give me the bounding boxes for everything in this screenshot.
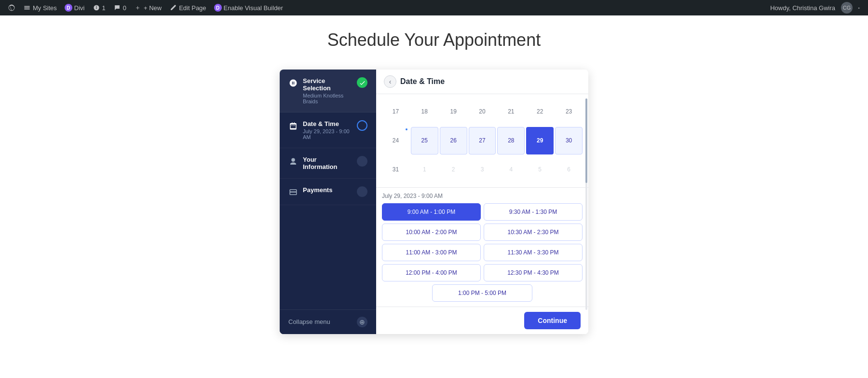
datetime-step-info: Date & Time July 29, 2023 - 9:00 AM — [303, 120, 352, 140]
cal-day-17[interactable]: 17 — [382, 98, 409, 126]
my-sites-icon — [23, 4, 31, 12]
cal-day-19[interactable]: 19 — [440, 98, 467, 126]
payment-step-name: Payments — [303, 186, 352, 194]
collapse-icon: ⊕ — [357, 317, 367, 327]
page-title: Schedule Your Appointment — [327, 30, 541, 50]
comments-count: 0 — [123, 4, 126, 12]
payment-step-info: Payments — [303, 186, 352, 194]
timeslot-5[interactable]: 11:30 AM - 3:30 PM — [484, 244, 583, 261]
cal-day-24[interactable]: 24 — [382, 127, 409, 154]
timeslot-0[interactable]: 9:00 AM - 1:00 PM — [382, 203, 481, 221]
info-step-status — [357, 156, 367, 167]
datetime-step-name: Date & Time — [303, 120, 352, 127]
service-step-name: Service Selection — [303, 77, 352, 92]
cal-day-5: 5 — [526, 156, 554, 183]
my-sites-link[interactable]: My Sites — [19, 0, 61, 15]
edit-page-label: Edit Page — [179, 4, 206, 12]
new-icon: ＋ — [134, 4, 142, 12]
sidebar-step-datetime[interactable]: Date & Time July 29, 2023 - 9:00 AM — [280, 112, 376, 148]
back-button[interactable]: ‹ — [384, 75, 396, 88]
service-step-status — [357, 77, 367, 88]
service-step-info: Service Selection Medium Knotless Braids — [303, 77, 352, 104]
sidebar-step-payments[interactable]: Payments — [280, 179, 376, 205]
sidebar-step-service[interactable]: Service Selection Medium Knotless Braids — [280, 70, 376, 112]
timeslot-2[interactable]: 10:00 AM - 2:00 PM — [382, 224, 481, 241]
timeslot-1[interactable]: 9:30 AM - 1:30 PM — [484, 203, 583, 221]
collapse-menu-bar[interactable]: Collapse menu ⊕ — [280, 309, 376, 334]
cal-day-25[interactable]: 25 — [411, 127, 438, 154]
wordpress-icon — [8, 4, 15, 12]
updates-link[interactable]: 1 — [89, 0, 109, 15]
comments-icon — [113, 4, 121, 12]
cal-day-6: 6 — [555, 156, 583, 183]
calendar-grid: 17 18 19 20 21 22 23 24 25 26 27 28 29 3… — [382, 98, 583, 183]
scroll-indicator — [585, 98, 587, 310]
panel-title: Date & Time — [400, 77, 445, 86]
divi-icon: D — [65, 4, 72, 12]
admin-bar: My Sites D Divi 1 0 ＋ + New Edit Page D … — [0, 0, 868, 15]
howdy-text: Howdy, Christina Gwira — [766, 4, 839, 12]
datetime-step-detail: July 29, 2023 - 9:00 AM — [303, 128, 352, 140]
main-content: Schedule Your Appointment Service Select… — [0, 15, 868, 378]
service-step-detail: Medium Knotless Braids — [303, 93, 352, 104]
cal-day-21[interactable]: 21 — [497, 98, 525, 126]
divi-link[interactable]: D Divi — [61, 0, 89, 15]
edit-page-link[interactable]: Edit Page — [165, 0, 210, 15]
continue-button[interactable]: Continue — [524, 312, 581, 329]
new-link[interactable]: ＋ + New — [130, 0, 165, 15]
comments-link[interactable]: 0 — [109, 0, 130, 15]
service-icon — [288, 78, 298, 88]
cal-day-30[interactable]: 30 — [555, 127, 583, 154]
cal-day-4: 4 — [497, 156, 525, 183]
collapse-menu-label: Collapse menu — [288, 318, 330, 325]
enable-visual-builder-link[interactable]: D Enable Visual Builder — [210, 0, 287, 15]
cal-day-1: 1 — [411, 156, 438, 183]
payment-step-status — [357, 186, 367, 197]
cal-day-31[interactable]: 31 — [382, 156, 409, 183]
cal-day-27[interactable]: 27 — [469, 127, 496, 154]
person-icon — [288, 157, 298, 167]
cal-day-23[interactable]: 23 — [555, 98, 583, 126]
booking-sidebar: Service Selection Medium Knotless Braids… — [280, 70, 376, 334]
cal-day-22[interactable]: 22 — [526, 98, 554, 126]
updates-count: 1 — [102, 4, 106, 12]
search-icon[interactable] — [854, 3, 864, 13]
enable-vb-label: Enable Visual Builder — [224, 4, 283, 12]
avatar: CG — [841, 2, 853, 14]
sidebar-step-info[interactable]: Your Information — [280, 148, 376, 179]
availability-dot — [406, 128, 407, 130]
timeslot-7[interactable]: 12:30 PM - 4:30 PM — [484, 264, 583, 281]
datetime-step-status — [357, 120, 367, 131]
info-step-name: Your Information — [303, 156, 352, 170]
divi-label: Divi — [74, 4, 85, 12]
cal-day-2: 2 — [440, 156, 467, 183]
info-step-info: Your Information — [303, 156, 352, 170]
scroll-thumb — [585, 98, 587, 183]
edit-page-icon — [169, 4, 177, 12]
cal-day-26[interactable]: 26 — [440, 127, 467, 154]
enable-vb-icon: D — [214, 4, 222, 12]
cal-day-20[interactable]: 20 — [469, 98, 496, 126]
timeslot-grid: 9:00 AM - 1:00 PM 9:30 AM - 1:30 PM 10:0… — [382, 203, 583, 302]
booking-widget: Service Selection Medium Knotless Braids… — [280, 70, 588, 334]
timeslot-4[interactable]: 11:00 AM - 3:00 PM — [382, 244, 481, 261]
my-sites-label: My Sites — [33, 4, 57, 12]
selected-datetime: July 29, 2023 - 9:00 AM — [382, 193, 583, 199]
booking-main: ‹ Date & Time 17 18 19 20 21 22 23 24 25 — [376, 70, 588, 334]
calendar-area: 17 18 19 20 21 22 23 24 25 26 27 28 29 3… — [376, 94, 588, 188]
wp-logo-link[interactable] — [4, 0, 19, 15]
updates-icon — [93, 4, 100, 12]
booking-footer: Continue — [376, 307, 588, 334]
calendar-icon — [288, 121, 298, 131]
cal-day-3: 3 — [469, 156, 496, 183]
booking-header: ‹ Date & Time — [376, 70, 588, 94]
timeslot-6[interactable]: 12:00 PM - 4:00 PM — [382, 264, 481, 281]
cal-day-29[interactable]: 29 — [526, 127, 554, 154]
new-label: + New — [144, 4, 162, 12]
timeslot-3[interactable]: 10:30 AM - 2:30 PM — [484, 224, 583, 241]
payment-icon — [288, 187, 298, 197]
cal-day-28[interactable]: 28 — [497, 127, 525, 154]
timeslot-8[interactable]: 1:00 PM - 5:00 PM — [432, 284, 532, 302]
cal-day-18[interactable]: 18 — [411, 98, 438, 126]
timeslot-area: July 29, 2023 - 9:00 AM 9:00 AM - 1:00 P… — [376, 188, 588, 307]
